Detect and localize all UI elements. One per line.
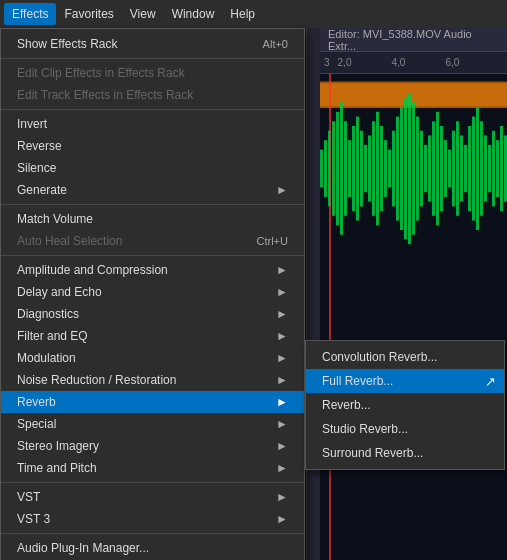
noise-reduction-label: Noise Reduction / Restoration [17, 373, 176, 387]
time-pitch-arrow: ► [276, 461, 288, 475]
svg-rect-20 [392, 131, 395, 207]
separator-4 [1, 255, 304, 256]
edit-track-effects-label: Edit Track Effects in Effects Rack [17, 88, 193, 102]
ruler-mark-1: 2,0 [338, 57, 352, 68]
submenu-reverb[interactable]: Reverb... [306, 393, 504, 417]
audio-plugin-label: Audio Plug-In Manager... [17, 541, 149, 555]
ruler-mark-2: 4,0 [391, 57, 405, 68]
svg-rect-15 [372, 121, 375, 216]
svg-rect-5 [332, 121, 335, 216]
ruler-mark-3: 6,0 [445, 57, 459, 68]
menu-item-help[interactable]: Help [222, 3, 263, 25]
svg-rect-47 [500, 126, 503, 211]
svg-rect-35 [452, 131, 455, 207]
menu-edit-track-effects: Edit Track Effects in Effects Rack [1, 84, 304, 106]
vst3-arrow: ► [276, 512, 288, 526]
svg-rect-36 [456, 121, 459, 216]
svg-rect-31 [436, 112, 439, 225]
menu-noise-reduction[interactable]: Noise Reduction / Restoration ► [1, 369, 304, 391]
svg-rect-24 [408, 93, 411, 244]
edit-clip-effects-label: Edit Clip Effects in Effects Rack [17, 66, 185, 80]
svg-rect-38 [464, 145, 467, 192]
modulation-arrow: ► [276, 351, 288, 365]
svg-rect-46 [496, 140, 499, 197]
menu-filter-eq[interactable]: Filter and EQ ► [1, 325, 304, 347]
menu-amplitude[interactable]: Amplitude and Compression ► [1, 259, 304, 281]
vst-arrow: ► [276, 490, 288, 504]
submenu-studio-reverb[interactable]: Studio Reverb... [306, 417, 504, 441]
separator-6 [1, 533, 304, 534]
show-effects-rack-shortcut: Alt+0 [263, 38, 288, 50]
svg-rect-37 [460, 135, 463, 201]
menu-delay-echo[interactable]: Delay and Echo ► [1, 281, 304, 303]
silence-label: Silence [17, 161, 56, 175]
auto-heal-shortcut: Ctrl+U [257, 235, 288, 247]
svg-rect-30 [432, 121, 435, 216]
menu-generate[interactable]: Generate ► [1, 179, 304, 201]
svg-rect-25 [412, 102, 415, 234]
match-volume-label: Match Volume [17, 212, 93, 226]
menu-time-pitch[interactable]: Time and Pitch ► [1, 457, 304, 479]
filter-eq-label: Filter and EQ [17, 329, 88, 343]
reverse-label: Reverse [17, 139, 62, 153]
svg-rect-18 [384, 140, 387, 197]
reverb-submenu: Convolution Reverb... Full Reverb... ↗ R… [305, 340, 505, 470]
svg-rect-2 [320, 150, 323, 188]
menu-reverb[interactable]: Reverb ► [1, 391, 304, 413]
svg-rect-32 [440, 126, 443, 211]
svg-rect-40 [472, 117, 475, 221]
diagnostics-label: Diagnostics [17, 307, 79, 321]
menu-modulation[interactable]: Modulation ► [1, 347, 304, 369]
submenu-surround-reverb[interactable]: Surround Reverb... [306, 441, 504, 465]
ruler-label: 3 [324, 57, 330, 68]
menu-item-favorites[interactable]: Favorites [56, 3, 121, 25]
menu-bar: Effects Favorites View Window Help [0, 0, 507, 28]
menu-invert[interactable]: Invert [1, 113, 304, 135]
convolution-reverb-label: Convolution Reverb... [322, 350, 437, 364]
svg-rect-33 [444, 140, 447, 197]
amplitude-arrow: ► [276, 263, 288, 277]
svg-rect-43 [484, 135, 487, 201]
menu-vst[interactable]: VST ► [1, 486, 304, 508]
generate-label: Generate [17, 183, 67, 197]
studio-reverb-label: Studio Reverb... [322, 422, 408, 436]
svg-rect-12 [360, 131, 363, 207]
separator-5 [1, 482, 304, 483]
svg-rect-28 [424, 145, 427, 192]
time-pitch-label: Time and Pitch [17, 461, 97, 475]
menu-silence[interactable]: Silence [1, 157, 304, 179]
menu-reverse[interactable]: Reverse [1, 135, 304, 157]
delay-echo-arrow: ► [276, 285, 288, 299]
menu-special[interactable]: Special ► [1, 413, 304, 435]
waveform-svg [320, 74, 507, 560]
reverb-label: Reverb [17, 395, 56, 409]
menu-item-window[interactable]: Window [164, 3, 223, 25]
menu-audio-plugin[interactable]: Audio Plug-In Manager... [1, 537, 304, 559]
stereo-imagery-arrow: ► [276, 439, 288, 453]
submenu-convolution-reverb[interactable]: Convolution Reverb... [306, 345, 504, 369]
submenu-full-reverb[interactable]: Full Reverb... ↗ [306, 369, 504, 393]
menu-stereo-imagery[interactable]: Stereo Imagery ► [1, 435, 304, 457]
menu-vst3[interactable]: VST 3 ► [1, 508, 304, 530]
svg-rect-9 [348, 140, 351, 197]
menu-item-effects[interactable]: Effects [4, 3, 56, 25]
svg-rect-16 [376, 112, 379, 225]
svg-rect-27 [420, 131, 423, 207]
svg-rect-10 [352, 126, 355, 211]
menu-diagnostics[interactable]: Diagnostics ► [1, 303, 304, 325]
svg-rect-3 [324, 140, 327, 197]
filter-eq-arrow: ► [276, 329, 288, 343]
vst3-label: VST 3 [17, 512, 50, 526]
svg-rect-23 [404, 98, 407, 240]
noise-reduction-arrow: ► [276, 373, 288, 387]
show-effects-rack-label: Show Effects Rack [17, 37, 118, 51]
svg-rect-45 [492, 131, 495, 207]
svg-rect-26 [416, 117, 419, 221]
modulation-label: Modulation [17, 351, 76, 365]
menu-item-view[interactable]: View [122, 3, 164, 25]
reverb-item-label: Reverb... [322, 398, 371, 412]
svg-rect-17 [380, 126, 383, 211]
menu-match-volume[interactable]: Match Volume [1, 208, 304, 230]
menu-show-effects-rack[interactable]: Show Effects Rack Alt+0 [1, 33, 304, 55]
vst-label: VST [17, 490, 40, 504]
